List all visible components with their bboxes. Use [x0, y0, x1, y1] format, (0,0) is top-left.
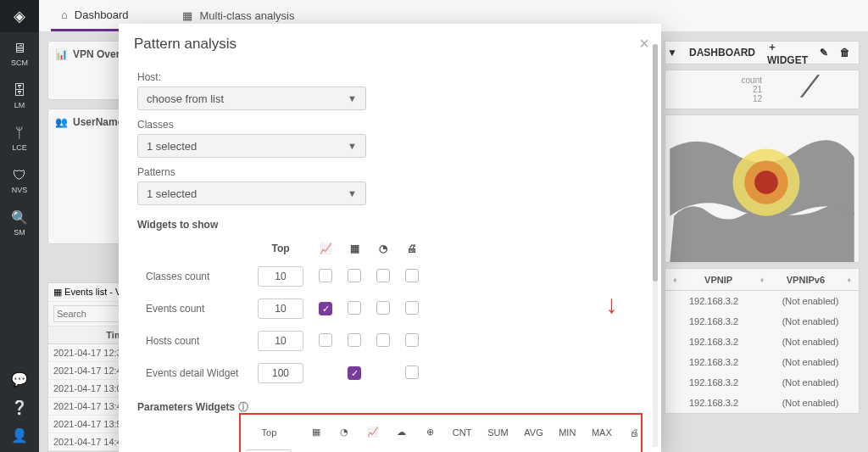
- pattern-analysis-modal: × Pattern analysis Host: choose from lis…: [119, 24, 661, 452]
- cloud-icon: ☁: [397, 427, 406, 437]
- host-label: Host:: [137, 71, 643, 83]
- checkbox[interactable]: [319, 333, 332, 347]
- svg-point-3: [754, 170, 778, 194]
- gauge-icon: 📊: [55, 48, 68, 60]
- chevron-down-icon: ▼: [348, 141, 357, 151]
- checkbox[interactable]: [405, 333, 419, 347]
- table-icon: ▦: [53, 287, 62, 297]
- print-icon: 🖨: [407, 243, 417, 254]
- widget-row-classes: Classes count: [139, 261, 426, 292]
- bottom-table: ♦ VPNIP ♦ VPNIPv6 ♦ 192.168.3.2(Not enab…: [665, 268, 860, 414]
- checkbox[interactable]: [376, 301, 390, 315]
- sort-icon[interactable]: ♦: [753, 276, 771, 284]
- top-input[interactable]: [258, 331, 303, 351]
- widget-row-hosts: Hosts count: [139, 326, 426, 356]
- scrollbar[interactable]: [653, 44, 658, 447]
- param-row-username: UserName: [142, 444, 648, 452]
- nav-sm[interactable]: 🔍SM: [0, 202, 39, 244]
- filter-icon[interactable]: ▼: [667, 47, 677, 59]
- host-select[interactable]: choose from list▼: [137, 86, 366, 110]
- app-logo[interactable]: ◈: [0, 0, 39, 32]
- pie-icon: ◔: [340, 427, 348, 437]
- pie-icon: ◔: [379, 243, 387, 254]
- widget-row-events: Events count: [139, 293, 426, 324]
- delete-icon[interactable]: 🗑: [840, 47, 850, 59]
- highlighted-region: Top ▦ ◔ 📈 ☁ ⊕ CNTSUMAVGMINMAX 🖨 UserName: [239, 413, 643, 452]
- checkbox[interactable]: [405, 366, 419, 379]
- checkbox[interactable]: [319, 269, 332, 282]
- checkbox[interactable]: [348, 333, 361, 347]
- checkbox[interactable]: [348, 366, 361, 380]
- col-vpnipv6[interactable]: VPNIPv6: [771, 275, 839, 285]
- checkbox[interactable]: [348, 301, 361, 315]
- classes-label: Classes: [137, 119, 643, 131]
- checkbox[interactable]: [319, 302, 332, 315]
- nav-nvs[interactable]: 🛡NVS: [0, 159, 39, 202]
- nav-lm[interactable]: 🗄LM: [0, 75, 39, 117]
- table-icon: ▦: [350, 243, 359, 254]
- chevron-down-icon: ▼: [348, 188, 357, 198]
- sort-icon[interactable]: ♦: [665, 276, 684, 284]
- patterns-label: Patterns: [137, 166, 643, 178]
- checkbox[interactable]: [348, 269, 361, 282]
- mini-stats: count2112╱: [665, 70, 860, 109]
- chevron-down-icon: ▼: [348, 93, 357, 103]
- widget-row-detail: Events detail Widget: [139, 358, 426, 388]
- top-input[interactable]: [258, 363, 303, 383]
- widgets-title: Widgets to show: [137, 219, 643, 231]
- params-title: Parameters Widgets: [137, 401, 235, 413]
- help-icon[interactable]: ❔: [11, 399, 28, 416]
- classes-select[interactable]: 1 selected▼: [137, 134, 366, 158]
- col-vpnip[interactable]: VPNIP: [684, 275, 752, 285]
- checkbox[interactable]: [405, 269, 419, 282]
- nav-scm[interactable]: 🖥SCM: [0, 32, 39, 75]
- map-widget[interactable]: [665, 114, 860, 263]
- print-icon: 🖨: [630, 427, 639, 438]
- chat-icon[interactable]: 💬: [11, 371, 28, 388]
- modal-title: Pattern analysis: [119, 24, 661, 56]
- checkbox[interactable]: [376, 269, 390, 282]
- globe-icon: ⊕: [426, 427, 434, 437]
- checkbox[interactable]: [405, 301, 419, 315]
- top-input[interactable]: [258, 266, 303, 287]
- chart-line-icon: 📈: [320, 243, 332, 254]
- top-input[interactable]: [258, 299, 303, 319]
- home-icon: ⌂: [61, 8, 68, 21]
- edit-icon[interactable]: ✎: [820, 47, 828, 59]
- user-panel-icon: 👥: [55, 116, 68, 128]
- nav-lce[interactable]: ᛘLCE: [0, 117, 39, 159]
- add-widget-button[interactable]: ＋WIDGET: [767, 40, 808, 66]
- grid-icon: ▦: [182, 9, 192, 22]
- patterns-select[interactable]: 1 selected▼: [137, 181, 366, 205]
- close-icon[interactable]: ×: [639, 34, 649, 53]
- chart-line-icon: 📈: [367, 427, 379, 437]
- sort-icon[interactable]: ♦: [840, 276, 859, 284]
- table-icon: ▦: [312, 427, 320, 437]
- dashboard-label: DASHBOARD: [689, 47, 755, 59]
- user-icon[interactable]: 👤: [11, 427, 28, 444]
- info-icon[interactable]: ⓘ: [238, 401, 248, 413]
- checkbox[interactable]: [376, 333, 390, 347]
